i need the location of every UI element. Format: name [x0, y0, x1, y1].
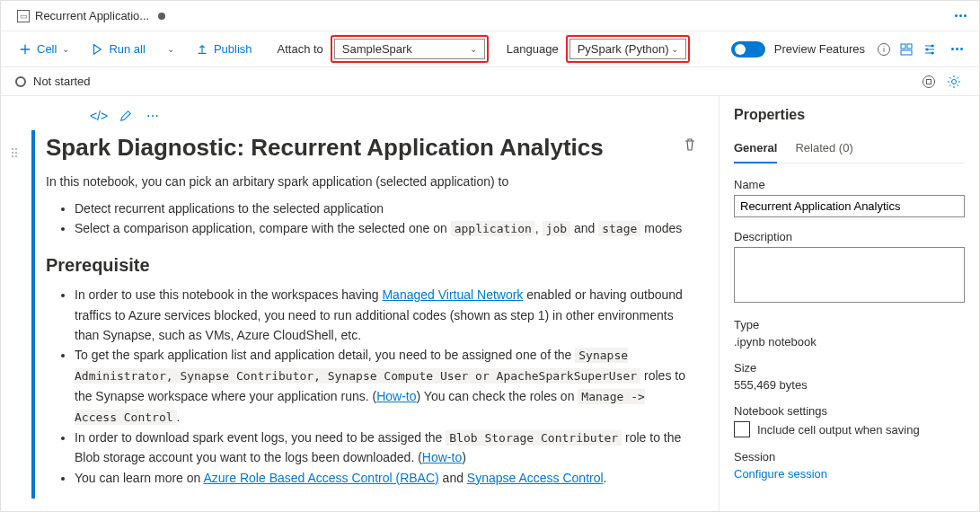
notebook-icon: ▭: [17, 10, 30, 22]
howto-link[interactable]: How-to: [376, 389, 416, 403]
configure-session-link[interactable]: Configure session: [734, 467, 965, 481]
cell-intro: In this notebook, you can pick an arbita…: [46, 172, 690, 191]
pencil-icon: [119, 110, 132, 122]
unsaved-dot-icon: [158, 13, 165, 20]
session-label: Session: [734, 450, 965, 463]
tab-related[interactable]: Related (0): [795, 136, 852, 163]
svg-rect-2: [901, 50, 912, 55]
list-item: To get the spark application list and ap…: [75, 345, 690, 427]
chevron-down-icon: ⌄: [671, 44, 678, 54]
svg-point-4: [926, 48, 929, 50]
attach-value: SampleSpark: [342, 42, 412, 56]
list-item: In order to use this notebook in the wor…: [75, 285, 690, 345]
attach-to-dropdown[interactable]: SampleSpark ⌄: [334, 39, 485, 59]
list-item: Select a comparison application, compare…: [75, 218, 690, 239]
cell-label: Cell: [37, 42, 57, 56]
language-value: PySpark (Python): [578, 42, 669, 56]
plus-icon: [19, 43, 31, 56]
svg-point-6: [923, 75, 935, 87]
list-item: You can learn more on Azure Role Based A…: [75, 468, 690, 488]
notebook-tab[interactable]: ▭ Recurrent Applicatio...: [8, 1, 174, 31]
stop-session-icon[interactable]: [922, 75, 936, 89]
rbac-link[interactable]: Azure Role Based Access Control (RBAC): [203, 471, 438, 485]
properties-heading: Properties: [734, 107, 965, 123]
highlight-attach: SampleSpark ⌄: [331, 35, 489, 63]
publish-icon: [196, 43, 208, 56]
properties-panel: Properties General Related (0) Name Desc…: [719, 96, 979, 512]
more-tab-menu[interactable]: [949, 9, 972, 22]
status-indicator-icon: [15, 76, 26, 87]
cell-more-menu[interactable]: ⋯: [141, 105, 164, 127]
code-view-button[interactable]: </>: [87, 105, 110, 127]
chevron-down-icon: ⌄: [62, 44, 69, 54]
description-label: Description: [734, 230, 965, 243]
size-label: Size: [734, 361, 965, 375]
size-value: 555,469 bytes: [734, 378, 965, 392]
chevron-down-icon: ⌄: [470, 44, 477, 54]
name-label: Name: [734, 178, 965, 191]
status-text: Not started: [33, 75, 91, 88]
run-all-label: Run all: [109, 42, 145, 56]
svg-point-5: [931, 51, 934, 54]
managed-vnet-link[interactable]: Managed Virtual Network: [382, 287, 523, 302]
gear-icon[interactable]: [947, 75, 961, 89]
type-value: .ipynb notebook: [734, 335, 965, 349]
svg-rect-7: [927, 79, 931, 84]
description-input[interactable]: [734, 247, 965, 303]
highlight-language: PySpark (Python) ⌄: [566, 35, 690, 63]
chevron-down-icon: ⌄: [167, 44, 174, 54]
howto-link[interactable]: How-to: [422, 450, 462, 464]
svg-point-3: [931, 44, 934, 47]
svg-rect-0: [901, 44, 905, 49]
preview-features-toggle[interactable]: [731, 41, 765, 57]
markdown-cell[interactable]: Spark Diagnostic: Recurrent Application …: [31, 130, 704, 499]
play-icon: [91, 43, 103, 56]
name-input[interactable]: [734, 195, 965, 217]
include-output-checkbox[interactable]: [734, 421, 750, 437]
type-label: Type: [734, 318, 965, 331]
settings-sliders-icon[interactable]: [923, 42, 937, 57]
attach-to-label: Attach to: [278, 42, 323, 56]
info-icon[interactable]: i: [878, 43, 890, 56]
language-label: Language: [507, 42, 559, 56]
language-dropdown[interactable]: PySpark (Python) ⌄: [569, 39, 686, 59]
delete-cell-button[interactable]: [683, 137, 697, 154]
nb-settings-label: Notebook settings: [734, 404, 965, 418]
list-item: In order to download spark event logs, y…: [75, 428, 690, 468]
tab-title: Recurrent Applicatio...: [35, 9, 149, 22]
publish-label: Publish: [214, 42, 252, 56]
variables-icon[interactable]: [899, 42, 914, 57]
prereq-heading: Prerequisite: [46, 255, 690, 276]
drag-handle[interactable]: [8, 130, 21, 499]
svg-rect-1: [907, 44, 912, 49]
checkbox-label: Include cell output when saving: [757, 423, 920, 437]
more-toolbar-menu[interactable]: [946, 42, 968, 56]
preview-features-label: Preview Features: [774, 42, 865, 56]
run-menu[interactable]: ⌄: [160, 40, 181, 57]
cell-title: Spark Diagnostic: Recurrent Application …: [46, 134, 690, 162]
trash-icon: [683, 137, 697, 152]
run-all-button[interactable]: Run all: [84, 39, 152, 59]
svg-point-8: [952, 79, 957, 84]
publish-button[interactable]: Publish: [189, 39, 260, 59]
edit-button[interactable]: [114, 105, 137, 127]
tab-general[interactable]: General: [734, 136, 777, 163]
add-cell-button[interactable]: Cell ⌄: [12, 39, 76, 59]
list-item: Detect recurrent applications to the sel…: [75, 199, 690, 218]
synapse-ac-link[interactable]: Synapse Access Control: [467, 471, 604, 485]
